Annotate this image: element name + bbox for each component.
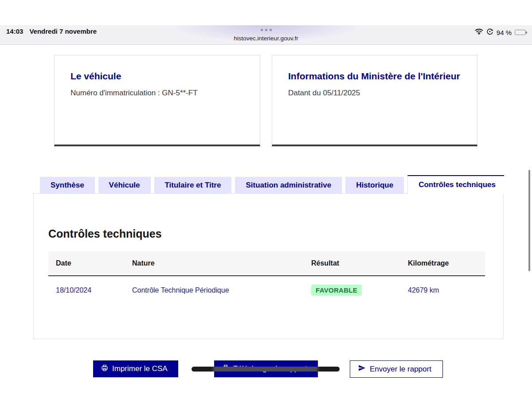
print-csa-label: Imprimer le CSA xyxy=(112,364,168,373)
table-row: 18/10/2024 Contrôle Technique Périodique… xyxy=(48,276,485,304)
controles-table: Date Nature Résultat Kilométrage 18/10/2… xyxy=(48,251,485,304)
tab-titulaire-et-titre[interactable]: Titulaire et Titre xyxy=(154,177,232,194)
tab-situation-administrative[interactable]: Situation administrative xyxy=(235,177,342,194)
send-icon xyxy=(358,364,366,374)
card-ministere: Informations du Ministère de l'Intérieur… xyxy=(272,55,477,146)
tab-historique[interactable]: Historique xyxy=(345,177,404,194)
tab-controles-techniques[interactable]: Contrôles techniques xyxy=(407,175,504,194)
status-badge: FAVORABLE xyxy=(311,285,362,296)
strike-annotation-line xyxy=(192,367,340,372)
url-bar[interactable]: histovec.interieur.gouv.fr xyxy=(0,35,532,42)
column-header-date: Date xyxy=(48,259,125,267)
tab-panel: Contrôles techniques Date Nature Résulta… xyxy=(33,193,504,339)
card-vehicle-title: Le véhicule xyxy=(70,70,244,83)
cell-resultat: FAVORABLE xyxy=(304,285,400,296)
ipad-screen: 14:03 Vendredi 7 novembre histovec.inter… xyxy=(0,0,532,399)
table-header-row: Date Nature Résultat Kilométrage xyxy=(48,251,485,276)
column-header-kilometrage: Kilométrage xyxy=(400,259,485,267)
send-report-button[interactable]: Envoyer le rapport xyxy=(350,360,443,378)
cell-kilometrage: 42679 km xyxy=(400,286,485,294)
status-bar: 14:03 Vendredi 7 novembre histovec.inter… xyxy=(0,25,532,45)
cell-nature: Contrôle Technique Périodique xyxy=(125,286,304,294)
column-header-nature: Nature xyxy=(125,259,304,267)
rotation-lock-icon xyxy=(486,28,493,37)
card-ministere-detail: Datant du 05/11/2025 xyxy=(288,89,461,98)
tab-synthese[interactable]: Synthèse xyxy=(40,177,95,194)
card-ministere-title: Informations du Ministère de l'Intérieur xyxy=(288,70,461,83)
battery-icon xyxy=(515,30,526,35)
column-header-resultat: Résultat xyxy=(304,259,400,267)
status-right: 94 % xyxy=(475,28,526,37)
battery-percent: 94 % xyxy=(497,29,512,36)
page-title: Contrôles techniques xyxy=(48,227,162,240)
wifi-icon xyxy=(475,28,483,36)
printer-icon xyxy=(101,364,108,374)
send-report-label: Envoyer le rapport xyxy=(370,365,431,374)
vertical-scrollbar[interactable] xyxy=(528,170,530,271)
tab-vehicule[interactable]: Véhicule xyxy=(98,177,151,194)
multitask-indicator[interactable] xyxy=(0,29,532,31)
card-vehicle-detail: Numéro d'immatriculation : GN-5**-FT xyxy=(70,89,244,98)
cell-date: 18/10/2024 xyxy=(48,286,125,294)
print-csa-button[interactable]: Imprimer le CSA xyxy=(93,360,178,377)
card-vehicle: Le véhicule Numéro d'immatriculation : G… xyxy=(54,55,260,146)
tab-bar: Synthèse Véhicule Titulaire et Titre Sit… xyxy=(40,175,504,194)
